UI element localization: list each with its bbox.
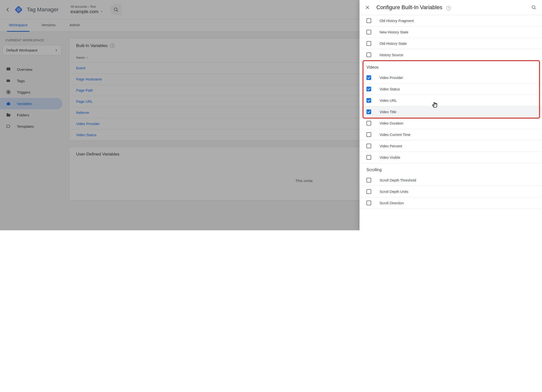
variable-label: Video Duration xyxy=(380,121,403,125)
variable-checkbox-row[interactable]: Video Duration xyxy=(360,118,542,129)
variable-checkbox-row[interactable]: Video Title xyxy=(360,106,542,118)
checkbox-unchecked-icon[interactable] xyxy=(366,18,371,23)
variable-label: Scroll Depth Threshold xyxy=(380,178,416,182)
checkbox-checked-icon[interactable] xyxy=(366,75,371,80)
checkbox-unchecked-icon[interactable] xyxy=(366,52,371,57)
checkbox-checked-icon[interactable] xyxy=(366,109,371,114)
variable-label: Video Percent xyxy=(380,144,402,148)
variable-label: Video URL xyxy=(380,99,397,103)
variable-checkbox-row[interactable]: Scroll Direction xyxy=(360,197,542,209)
checkbox-checked-icon[interactable] xyxy=(366,87,371,91)
close-icon[interactable] xyxy=(364,4,371,11)
variable-label: Video Title xyxy=(380,110,396,114)
variable-checkbox-row[interactable]: Old History Fragment xyxy=(360,15,542,26)
variable-label: Video Visible xyxy=(380,156,400,159)
variable-checkbox-row[interactable]: Scroll Depth Units xyxy=(360,186,542,197)
variable-label: Video Status xyxy=(380,87,400,91)
checkbox-unchecked-icon[interactable] xyxy=(366,155,371,160)
checkbox-unchecked-icon[interactable] xyxy=(366,189,371,194)
svg-point-9 xyxy=(532,6,535,9)
search-icon[interactable] xyxy=(531,5,537,10)
variable-label: Scroll Direction xyxy=(380,201,404,205)
checkbox-unchecked-icon[interactable] xyxy=(366,121,371,126)
variable-group-title: Scrolling xyxy=(360,163,542,175)
configure-variables-panel: Configure Built-In Variables ? Old Histo… xyxy=(360,0,542,230)
variable-checkbox-row[interactable]: Video Visible xyxy=(360,152,542,163)
checkbox-unchecked-icon[interactable] xyxy=(366,178,371,183)
variable-label: Scroll Depth Units xyxy=(380,190,408,194)
variable-label: History Source xyxy=(380,53,403,57)
variable-checkbox-row[interactable]: New History State xyxy=(360,26,542,38)
svg-line-10 xyxy=(535,8,536,9)
variable-checkbox-row[interactable]: Scroll Depth Threshold xyxy=(360,175,542,186)
variable-label: Old History Fragment xyxy=(380,19,414,23)
checkbox-unchecked-icon[interactable] xyxy=(366,201,371,205)
checkbox-unchecked-icon[interactable] xyxy=(366,132,371,137)
variable-label: Video Provider xyxy=(380,76,403,80)
variable-group-title: Videos xyxy=(360,61,542,72)
checkbox-checked-icon[interactable] xyxy=(366,98,371,103)
variable-checkbox-row[interactable]: Video Current Time xyxy=(360,129,542,140)
variable-checkbox-row[interactable]: History Source xyxy=(360,49,542,61)
variable-label: Video Current Time xyxy=(380,133,411,137)
variable-checkbox-row[interactable]: Video URL xyxy=(360,95,542,106)
checkbox-unchecked-icon[interactable] xyxy=(366,144,371,148)
panel-title: Configure Built-In Variables ? xyxy=(376,4,451,11)
variable-checkbox-row[interactable]: Video Provider xyxy=(360,72,542,83)
help-icon[interactable]: ? xyxy=(446,6,451,10)
checkbox-unchecked-icon[interactable] xyxy=(366,30,371,34)
variable-checkbox-row[interactable]: Video Status xyxy=(360,83,542,95)
variable-label: New History State xyxy=(380,30,408,34)
checkbox-unchecked-icon[interactable] xyxy=(366,41,371,46)
variable-checkbox-row[interactable]: Old History State xyxy=(360,38,542,49)
variable-label: Old History State xyxy=(380,42,407,46)
variable-checkbox-row[interactable]: Video Percent xyxy=(360,140,542,152)
